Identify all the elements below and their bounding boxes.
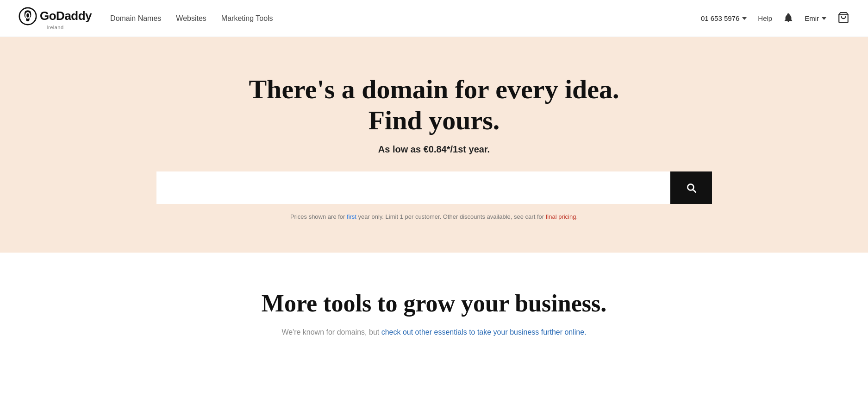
search-button[interactable] (670, 171, 712, 204)
user-chevron-icon (822, 17, 826, 20)
bell-button[interactable] (783, 13, 793, 25)
nav-websites[interactable]: Websites (176, 14, 206, 23)
cart-button[interactable] (837, 12, 849, 25)
search-bar (156, 171, 712, 204)
disclaimer-final: final pricing (546, 213, 576, 220)
below-hero-sub: We're known for domains, but check out o… (272, 326, 596, 338)
nav-marketing-tools[interactable]: Marketing Tools (221, 14, 273, 23)
disclaimer-text: Prices shown are for first year only. Li… (290, 213, 578, 220)
godaddy-logo-icon (19, 7, 37, 25)
search-icon (685, 182, 697, 194)
below-hero-headline: More tools to grow your business. (19, 290, 849, 317)
cart-icon (837, 12, 849, 24)
navbar-left: GoDaddy Ireland Domain Names Websites Ma… (19, 7, 273, 30)
hero-section: There's a domain for every idea. Find yo… (0, 37, 868, 253)
logo-text: GoDaddy (40, 9, 92, 23)
navbar: GoDaddy Ireland Domain Names Websites Ma… (0, 0, 868, 37)
help-link[interactable]: Help (758, 14, 772, 22)
hero-headline: There's a domain for every idea. Find yo… (226, 74, 643, 136)
domain-search-input[interactable] (156, 171, 670, 204)
bell-icon (783, 13, 793, 23)
phone-number: 01 653 5976 (701, 14, 739, 22)
below-hero-link-text: check out other essentials to take your … (381, 328, 587, 336)
nav-links: Domain Names Websites Marketing Tools (110, 14, 273, 23)
user-menu[interactable]: Emir (805, 14, 826, 22)
logo-wrap[interactable]: GoDaddy Ireland (19, 7, 92, 30)
below-hero-section: More tools to grow your business. We're … (0, 253, 868, 366)
logo-country: Ireland (46, 25, 63, 30)
phone-wrap[interactable]: 01 653 5976 (701, 14, 747, 22)
phone-chevron-icon (742, 17, 747, 20)
user-name: Emir (805, 14, 819, 22)
navbar-right: 01 653 5976 Help Emir (701, 12, 849, 25)
hero-subtext: As low as €0.84*/1st year. (378, 144, 490, 155)
disclaimer-first: first (347, 213, 356, 220)
svg-point-2 (26, 13, 29, 17)
nav-domain-names[interactable]: Domain Names (110, 14, 161, 23)
logo-svg: GoDaddy (19, 7, 92, 25)
